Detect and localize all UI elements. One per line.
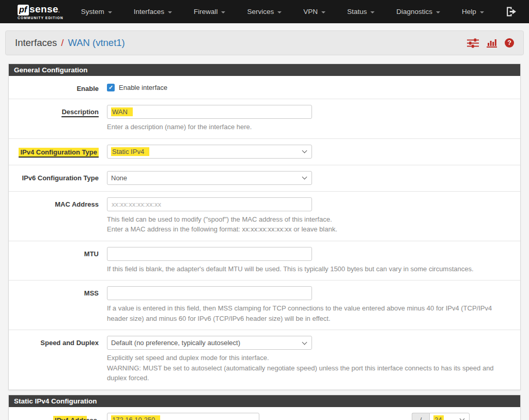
enable-interface-checkbox-label: Enable interface — [119, 84, 167, 91]
mac-address-input[interactable] — [107, 197, 312, 211]
ipv4-config-type-select[interactable]: Static IPv4 — [107, 145, 312, 159]
ipv4-prefix-select[interactable]: 24 — [429, 413, 470, 420]
row-speed-duplex: Speed and Duplex Default (no preference,… — [9, 330, 520, 390]
breadcrumb: Interfaces / WAN (vtnet1) — [15, 37, 125, 49]
top-navbar: pf sense . COMMUNITY EDITION System Inte… — [0, 0, 529, 23]
sliders-icon[interactable] — [467, 38, 479, 48]
menu-help[interactable]: Help — [462, 8, 484, 15]
mss-help: If a value is entered in this field, the… — [107, 303, 512, 323]
menu-diagnostics[interactable]: Diagnostics — [396, 8, 440, 15]
chevron-down-icon — [221, 11, 225, 13]
menu-system[interactable]: System — [81, 8, 112, 15]
menu-services[interactable]: Services — [247, 8, 282, 15]
bar-chart-icon[interactable] — [487, 38, 497, 48]
row-enable: Enable ✓ Enable interface — [9, 76, 520, 99]
ipv4-prefix-value: 24 — [433, 415, 444, 420]
pfsense-logo[interactable]: pf sense . COMMUNITY EDITION — [18, 4, 64, 20]
mac-address-label: MAC Address — [55, 200, 99, 208]
chevron-down-icon — [168, 11, 172, 13]
ipv4-address-value: 172.16.10.250 — [111, 415, 160, 420]
main-menu: System Interfaces Firewall Services VPN … — [81, 8, 484, 15]
chevron-down-icon — [108, 11, 112, 13]
mtu-help: If this field is blank, the adapter's de… — [107, 264, 512, 274]
ipv4-prefix-separator: / — [412, 413, 429, 420]
mss-label: MSS — [84, 289, 99, 297]
logo-edition-text: COMMUNITY EDITION — [18, 16, 64, 20]
ipv6-config-type-label: IPv6 Configuration Type — [22, 174, 99, 182]
breadcrumb-page-link[interactable]: WAN (vtnet1) — [68, 37, 125, 49]
speed-duplex-select[interactable]: Default (no preference, typically autose… — [107, 336, 312, 350]
panel-title-static-ipv4: Static IPv4 Configuration — [9, 395, 520, 407]
general-configuration-panel: General Configuration Enable ✓ Enable in… — [8, 64, 521, 390]
menu-vpn[interactable]: VPN — [303, 8, 325, 15]
chevron-down-icon — [460, 416, 465, 420]
row-mac-address: MAC Address This field can be used to mo… — [9, 191, 520, 241]
speed-help-line2: WARNING: MUST be set to autoselect (auto… — [107, 363, 512, 383]
chevron-down-icon — [302, 148, 307, 153]
chevron-down-icon — [277, 11, 282, 13]
sign-out-icon[interactable] — [506, 7, 517, 17]
row-mss: MSS If a value is entered in this field,… — [9, 280, 520, 330]
mac-help-line1: This field can be used to modify ("spoof… — [107, 214, 512, 225]
menu-status[interactable]: Status — [347, 8, 375, 15]
mtu-input[interactable] — [107, 247, 312, 261]
panel-title-general: General Configuration — [9, 64, 520, 76]
logo-reg-mark: . — [58, 8, 60, 13]
description-help: Enter a description (name) for the inter… — [107, 122, 512, 132]
enable-interface-checkbox[interactable]: ✓ — [107, 84, 115, 91]
ipv4-config-type-label: IPv4 Configuration Type — [19, 148, 99, 158]
speed-help-line1: Explicitly set speed and duplex mode for… — [107, 353, 512, 363]
chevron-down-icon — [321, 11, 325, 13]
logo-sense-text: sense — [29, 4, 58, 15]
row-ipv4-address: IPv4 Address 172.16.10.250 / 24 — [9, 407, 520, 420]
ipv6-config-type-select[interactable]: None — [107, 171, 312, 185]
mac-help-line2: Enter a MAC address in the following for… — [107, 224, 512, 235]
page-header-bar: Interfaces / WAN (vtnet1) — [5, 30, 524, 55]
chevron-down-icon — [370, 11, 375, 13]
static-ipv4-configuration-panel: Static IPv4 Configuration IPv4 Address 1… — [8, 395, 521, 420]
ipv4-address-label: IPv4 Address — [53, 416, 99, 420]
enable-label: Enable — [76, 85, 99, 92]
breadcrumb-section: Interfaces — [15, 37, 57, 49]
description-label: Description — [61, 108, 99, 117]
ipv4-config-type-value: Static IPv4 — [111, 147, 149, 156]
chevron-down-icon — [436, 11, 440, 13]
chevron-down-icon — [302, 175, 307, 180]
ipv6-config-type-value: None — [111, 174, 127, 182]
speed-duplex-value: Default (no preference, typically autose… — [111, 339, 240, 347]
description-value: WAN — [111, 107, 133, 116]
row-ipv4-config-type: IPv4 Configuration Type Static IPv4 — [9, 138, 520, 165]
mtu-label: MTU — [84, 250, 99, 258]
row-mtu: MTU If this field is blank, the adapter'… — [9, 241, 520, 281]
chevron-down-icon — [480, 11, 484, 13]
description-input[interactable]: WAN — [107, 105, 312, 119]
menu-firewall[interactable]: Firewall — [194, 8, 226, 15]
breadcrumb-separator: / — [61, 37, 64, 49]
menu-interfaces[interactable]: Interfaces — [134, 8, 172, 15]
chevron-down-icon — [302, 339, 307, 345]
row-ipv6-config-type: IPv6 Configuration Type None — [9, 165, 520, 191]
logo-pf-box: pf — [18, 5, 29, 15]
help-icon[interactable]: ? — [505, 38, 514, 48]
mss-input[interactable] — [107, 286, 312, 300]
ipv4-address-input[interactable]: 172.16.10.250 — [107, 413, 259, 420]
row-description: Description WAN Enter a description (nam… — [9, 99, 520, 138]
speed-duplex-label: Speed and Duplex — [40, 339, 99, 347]
